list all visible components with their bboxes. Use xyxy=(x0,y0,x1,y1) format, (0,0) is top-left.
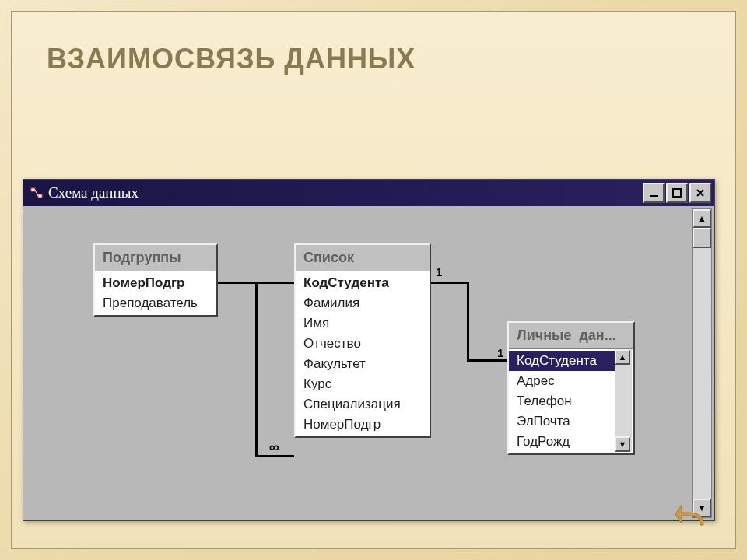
field-list: КодСтудента Фамилия Имя Отчество Факульт… xyxy=(296,271,430,436)
field-row[interactable]: КодСтудента xyxy=(296,273,430,293)
svg-rect-4 xyxy=(673,189,681,197)
scroll-down-icon[interactable]: ▼ xyxy=(615,436,630,452)
table-scrollbar[interactable]: ▲ ▼ xyxy=(615,349,632,452)
field-row[interactable]: НомерПодгр xyxy=(95,273,216,293)
window-titlebar[interactable]: Схема данных xyxy=(23,180,714,206)
return-icon[interactable] xyxy=(672,497,708,533)
scroll-up-icon[interactable]: ▲ xyxy=(693,209,711,228)
minimize-button[interactable] xyxy=(643,183,665,203)
table-podgruppy[interactable]: Подгруппы НомерПодгр Преподаватель xyxy=(93,243,218,317)
relation-line xyxy=(255,282,258,455)
field-row[interactable]: Телефон xyxy=(509,391,615,411)
vertical-scrollbar[interactable]: ▲ ▼ xyxy=(692,208,712,518)
relation-line xyxy=(430,282,469,284)
svg-rect-0 xyxy=(31,188,35,191)
cardinality-label: 1 xyxy=(436,265,442,278)
svg-rect-1 xyxy=(38,194,42,198)
relationships-canvas[interactable]: 1 ∞ 1 1 Подгруппы НомерПодгр Преподавате… xyxy=(23,206,714,520)
table-spisok[interactable]: Список КодСтудента Фамилия Имя Отчество … xyxy=(294,243,431,438)
field-row[interactable]: Адрес xyxy=(509,371,615,391)
window-controls xyxy=(643,183,711,203)
field-row[interactable]: Фамилия xyxy=(296,293,430,313)
close-button[interactable] xyxy=(689,183,711,203)
scroll-up-icon[interactable]: ▲ xyxy=(615,349,630,365)
cardinality-label: ∞ xyxy=(269,439,279,456)
field-row[interactable]: НомерПодгр xyxy=(296,415,430,435)
table-lichnye[interactable]: Личные_дан... КодСтудента Адрес Телефон … xyxy=(507,321,635,455)
field-row[interactable]: Специализация xyxy=(296,394,430,415)
window-title: Схема данных xyxy=(48,184,643,201)
slide-frame: ВЗАИМОСВЯЗЬ ДАННЫХ Схема данных xyxy=(11,11,736,549)
field-row[interactable]: ГодРожд xyxy=(509,432,615,452)
cardinality-label: 1 xyxy=(497,346,503,359)
field-row[interactable]: КодСтудента xyxy=(509,351,615,371)
svg-rect-3 xyxy=(650,195,658,197)
relationships-icon xyxy=(30,186,44,200)
field-row[interactable]: Курс xyxy=(296,374,430,394)
relation-line xyxy=(467,282,469,359)
svg-line-2 xyxy=(35,190,38,196)
maximize-button[interactable] xyxy=(666,183,688,203)
slide-title: ВЗАИМОСВЯЗЬ ДАННЫХ xyxy=(12,12,735,75)
field-row[interactable]: Отчество xyxy=(296,334,430,354)
field-row[interactable]: ЭлПочта xyxy=(509,411,615,432)
table-header: Подгруппы xyxy=(95,245,216,271)
table-header: Личные_дан... xyxy=(509,323,633,349)
field-row[interactable]: Имя xyxy=(296,313,430,334)
table-header: Список xyxy=(296,245,430,271)
scroll-thumb[interactable] xyxy=(693,228,711,248)
field-row[interactable]: Факультет xyxy=(296,354,430,374)
relationships-window: Схема данных 1 ∞ xyxy=(23,179,715,521)
relation-line xyxy=(467,359,508,362)
field-row[interactable]: Преподаватель xyxy=(95,293,216,313)
field-list: НомерПодгр Преподаватель xyxy=(95,271,216,315)
